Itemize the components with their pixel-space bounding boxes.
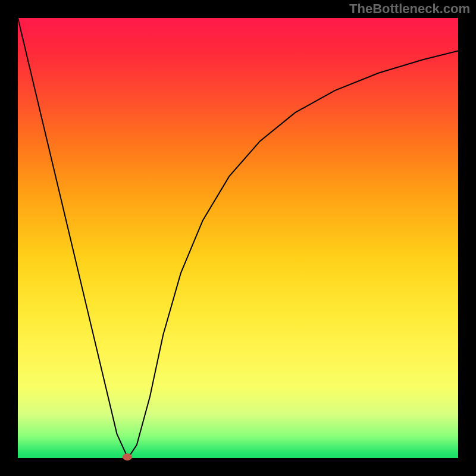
plot-area [18, 18, 458, 458]
optimal-point-marker [123, 453, 132, 461]
bottleneck-curve-path [18, 18, 458, 458]
curve-layer [18, 18, 458, 458]
watermark-text: TheBottleneck.com [349, 1, 470, 17]
